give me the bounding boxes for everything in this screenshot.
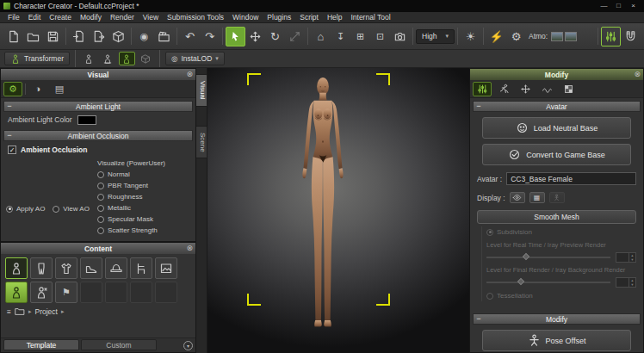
sun-light-icon[interactable]: ☀ xyxy=(461,27,480,46)
category-shirt-icon[interactable] xyxy=(55,257,77,279)
ambient-occlusion-section-bar[interactable]: − Ambient Occlusion xyxy=(3,130,193,141)
category-furniture-icon[interactable] xyxy=(130,257,152,279)
collapse-icon[interactable]: − xyxy=(474,314,484,324)
subcategory-morph-icon[interactable] xyxy=(30,282,53,303)
move-tool-icon[interactable] xyxy=(245,27,265,46)
collapse-icon[interactable]: − xyxy=(4,131,15,140)
effects-bolt-icon[interactable]: ⚡ xyxy=(486,27,506,46)
visual-panel-header[interactable]: Visual ⊗ xyxy=(1,69,195,80)
atmo-thumbnail-2[interactable] xyxy=(565,32,577,41)
ambient-light-section-bar[interactable]: − Ambient Light xyxy=(3,101,193,112)
scene-film-icon[interactable]: ▤ xyxy=(50,82,69,96)
menu-submission-tools[interactable]: Submission Tools xyxy=(163,13,228,22)
category-avatar-icon[interactable] xyxy=(5,257,28,279)
save-project-icon[interactable] xyxy=(43,27,63,46)
ambient-occlusion-checkbox[interactable]: ✓ xyxy=(8,146,16,154)
tab-physics-icon[interactable] xyxy=(537,82,556,96)
instalod-button[interactable]: ◎ InstaLOD ▾ xyxy=(165,52,225,65)
character-model[interactable] xyxy=(286,75,360,331)
focus-object-icon[interactable]: ↧ xyxy=(331,27,350,46)
menu-file[interactable]: File xyxy=(3,13,24,22)
shadow-eclipse-icon[interactable]: ◑ xyxy=(28,82,47,96)
close-panel-icon[interactable]: ⊗ xyxy=(186,243,193,254)
actor-mode-icon[interactable] xyxy=(81,52,97,65)
menu-render[interactable]: Render xyxy=(106,13,139,22)
display-wireframe-icon[interactable]: ▦ xyxy=(529,192,545,203)
category-hat-icon[interactable] xyxy=(105,257,127,279)
view-ao-radio[interactable] xyxy=(53,206,59,213)
tab-material-checker-icon[interactable] xyxy=(559,82,578,96)
side-tab-scene[interactable]: Scene xyxy=(196,126,207,159)
frame-region-icon[interactable]: ⊡ xyxy=(370,27,390,46)
close-panel-icon[interactable]: ⊗ xyxy=(186,69,193,80)
menu-view[interactable]: View xyxy=(139,13,163,22)
redo-icon[interactable]: ↷ xyxy=(200,27,220,46)
modify-panel-header[interactable]: Modify ⊗ xyxy=(470,69,643,80)
avatar-mode-icon[interactable] xyxy=(100,52,116,65)
avatar-section-bar[interactable]: − Avatar xyxy=(473,101,641,112)
transformer-button[interactable]: Transformer xyxy=(4,52,70,65)
ambient-light-color-swatch[interactable] xyxy=(77,115,96,125)
menu-modify[interactable]: Modify xyxy=(76,13,106,22)
undo-icon[interactable]: ↶ xyxy=(180,27,200,46)
category-shoes-icon[interactable] xyxy=(80,257,102,279)
maximize-button[interactable]: □ xyxy=(611,0,626,12)
visualize-metallic-radio[interactable] xyxy=(97,205,104,212)
close-button[interactable]: × xyxy=(626,0,641,12)
list-view-icon[interactable]: ≡ xyxy=(7,307,11,316)
collapse-icon[interactable]: − xyxy=(474,102,484,111)
minimize-button[interactable]: — xyxy=(597,0,611,12)
category-pants-icon[interactable] xyxy=(30,257,53,279)
load-neutral-base-button[interactable]: Load Neutral Base xyxy=(482,117,631,139)
tab-adjust-sliders-icon[interactable] xyxy=(473,82,492,96)
category-stage-icon[interactable] xyxy=(155,257,177,279)
atmosphere-gear-icon[interactable]: ⚙ xyxy=(506,27,526,46)
pose-offset-button[interactable]: Pose Offset xyxy=(482,330,631,351)
visualize-specular-mask-radio[interactable] xyxy=(97,216,104,223)
display-sliders-icon[interactable] xyxy=(601,27,621,46)
menu-edit[interactable]: Edit xyxy=(24,13,46,22)
package-icon[interactable] xyxy=(108,27,128,46)
viewport-3d[interactable] xyxy=(207,68,469,353)
tab-transform-icon[interactable] xyxy=(516,82,535,96)
morph-avatar-icon[interactable] xyxy=(119,52,135,65)
render-icon[interactable] xyxy=(154,27,174,46)
display-eye-icon[interactable] xyxy=(510,192,525,203)
home-icon[interactable]: ⌂ xyxy=(311,27,331,46)
modify-section-bar[interactable]: − Modify xyxy=(473,313,641,325)
apply-ao-radio[interactable] xyxy=(6,206,13,213)
tab-custom[interactable]: Custom xyxy=(81,339,157,350)
content-panel-header[interactable]: Content ⊗ xyxy=(1,243,195,254)
convert-to-game-base-button[interactable]: Convert to Game Base xyxy=(482,144,631,165)
avatar-name-input[interactable] xyxy=(506,172,636,185)
menu-help[interactable]: Help xyxy=(323,13,346,22)
menu-internal-tool[interactable]: Internal Tool xyxy=(346,13,394,22)
menu-plugins[interactable]: Plugins xyxy=(263,13,295,22)
menu-create[interactable]: Create xyxy=(45,13,76,22)
select-tool-icon[interactable] xyxy=(226,27,245,46)
open-project-icon[interactable] xyxy=(23,27,43,46)
import-icon[interactable] xyxy=(69,27,89,46)
tab-animation-runner-icon[interactable] xyxy=(494,82,513,96)
menu-window[interactable]: Window xyxy=(228,13,263,22)
subcategory-pose-icon[interactable]: ⚑ xyxy=(55,282,77,303)
close-panel-icon[interactable]: ⊗ xyxy=(634,69,641,80)
rotate-tool-icon[interactable]: ↻ xyxy=(265,27,285,46)
collapse-icon[interactable]: − xyxy=(4,102,15,111)
export-icon[interactable] xyxy=(89,27,108,46)
view-options-icon[interactable]: ▾ xyxy=(183,341,193,350)
prop-mode-icon[interactable] xyxy=(138,52,154,65)
display-settings-gear-icon[interactable]: ⚙ xyxy=(3,82,22,96)
atmo-thumbnail-1[interactable] xyxy=(551,32,563,41)
zoom-extents-icon[interactable]: ⊞ xyxy=(350,27,370,46)
visualize-pbr-tangent-radio[interactable] xyxy=(97,183,104,189)
camera-icon[interactable] xyxy=(390,27,410,46)
smooth-mesh-button[interactable]: Smooth Mesh xyxy=(477,210,636,224)
magnet-snap-icon[interactable] xyxy=(621,27,641,46)
breadcrumb-project[interactable]: Project xyxy=(34,307,57,316)
side-tab-visual[interactable]: Visual xyxy=(196,74,207,107)
tab-template[interactable]: Template xyxy=(3,339,79,350)
subcategory-character-icon[interactable] xyxy=(5,282,28,303)
menu-script[interactable]: Script xyxy=(295,13,323,22)
visualize-scatter-strength-radio[interactable] xyxy=(97,227,104,234)
